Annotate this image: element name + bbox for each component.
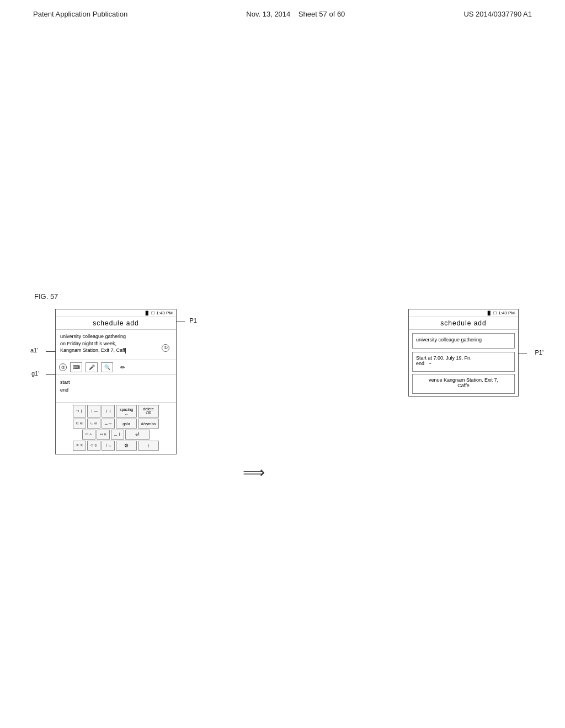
key-gaa[interactable]: ga/a: [116, 419, 137, 429]
circle-2: ②: [59, 363, 67, 371]
header-center: Nov. 13, 2014 Sheet 57 of 60: [246, 10, 345, 18]
datetime-line2: end ~: [416, 361, 511, 366]
p1-line: [176, 322, 185, 322]
annotation-a1: a1': [30, 347, 38, 354]
left-phone: a1' g1' P1 ▐▌ ☐ 1:43 PM schedule add uni…: [55, 309, 177, 454]
datetime-line1: Start at 7:00, July 19, Fri.: [416, 355, 511, 361]
title-input-text: university colleague gathering: [416, 337, 482, 342]
key-more[interactable]: ↕: [138, 441, 159, 451]
mic-icon[interactable]: 🎤: [86, 362, 98, 372]
header-left: Patent Application Publication: [33, 10, 127, 18]
g1-line: [46, 374, 56, 375]
key-ms[interactable]: ㅁㅅ: [82, 430, 95, 440]
key-spacing[interactable]: spacing⎵: [116, 405, 137, 417]
venue-line2: Caffe: [416, 383, 511, 388]
arrow-icon: ⟹: [243, 463, 265, 481]
circle-1: ①: [162, 344, 169, 352]
key-dt[interactable]: ㄷㅌ: [73, 419, 86, 429]
keyboard-icon[interactable]: ⌨: [70, 362, 82, 372]
p1r-line: [518, 354, 527, 354]
keyboard-area: ㄱㅏ ㅣ— ㅏㅓ spacing⎵ delete⌫ ㄷㅌ ㄴㄹ ㅗㅜ ga/a …: [56, 403, 176, 454]
right-phone-status-bar: ▐▌ ☐ 1:43 PM: [409, 309, 518, 317]
diagram-area: a1' g1' P1 ▐▌ ☐ 1:43 PM schedule add uni…: [55, 309, 519, 454]
right-phone: P1' ▐▌ ☐ 1:43 PM schedule add university…: [408, 309, 519, 397]
figure-label: FIG. 57: [34, 292, 58, 301]
left-phone-toolbar: ② ⌨ 🎤 🔍 ✏: [56, 360, 176, 375]
header-right: US 2014/0337790 A1: [463, 10, 532, 18]
start-end-area[interactable]: start end: [56, 375, 176, 403]
key-row-1: ㄱㅏ ㅣ— ㅏㅓ spacing⎵ delete⌫: [58, 405, 174, 417]
right-phone-title-input[interactable]: university colleague gathering: [412, 333, 515, 349]
key-ga[interactable]: ㄱㅏ: [73, 405, 86, 417]
key-ou[interactable]: ㅗㅜ: [102, 419, 115, 429]
r-signal-icon: ▐▌: [486, 311, 492, 315]
a1-line: [46, 351, 56, 352]
right-phone-datetime[interactable]: Start at 7:00, July 19, Fri. end ~: [412, 352, 515, 372]
key-row-4: ㅈㅊ ㅇㅎ ㅣㄴ ⚙ ↕: [58, 441, 174, 451]
input-text-line1: university colleague gathering: [60, 333, 172, 340]
input-text-line3: Kangnam Station, Exit 7, Caff: [60, 347, 172, 354]
venue-line1: venue Kangnam Station, Exit 7,: [416, 377, 511, 383]
edit-icon[interactable]: ✏: [116, 362, 129, 372]
battery-icon: ☐: [151, 311, 154, 315]
key-row-3: ㅁㅅ ㅂㅍ ㅡㅣ ⏎: [58, 430, 174, 440]
status-time: 1:43 PM: [156, 311, 173, 315]
start-label: start: [60, 378, 172, 386]
left-phone-title: schedule add: [56, 317, 176, 330]
search-icon[interactable]: 🔍: [101, 362, 113, 372]
left-phone-status-bar: ▐▌ ☐ 1:43 PM: [56, 309, 176, 317]
key-in[interactable]: ㅣㄴ: [102, 441, 115, 451]
key-settings[interactable]: ⚙: [116, 441, 137, 451]
key-enter[interactable]: ⏎: [125, 430, 150, 440]
annotation-g1: g1': [31, 370, 39, 377]
annotation-p1-left: P1: [190, 317, 197, 324]
key-bp[interactable]: ㅂㅍ: [97, 430, 110, 440]
right-phone-title: schedule add: [409, 317, 518, 330]
r-status-time: 1:43 PM: [498, 311, 515, 315]
right-phone-venue[interactable]: venue Kangnam Station, Exit 7, Caffe: [412, 374, 515, 394]
key-symbol[interactable]: #/symbo: [138, 419, 159, 429]
key-nl[interactable]: ㄴㄹ: [87, 419, 100, 429]
left-phone-input-area[interactable]: university colleague gathering on Friday…: [56, 330, 176, 360]
key-jc[interactable]: ㅈㅊ: [73, 441, 86, 451]
input-text-line2: on Friday night this week,: [60, 340, 172, 347]
annotation-p1-right: P1': [535, 349, 543, 356]
r-battery-icon: ☐: [493, 311, 497, 315]
key-line1[interactable]: ㅣ—: [87, 405, 100, 417]
page-header: Patent Application Publication Nov. 13, …: [0, 0, 565, 18]
key-oh[interactable]: ㅇㅎ: [87, 441, 100, 451]
key-ei[interactable]: ㅡㅣ: [111, 430, 124, 440]
key-aeo[interactable]: ㅏㅓ: [102, 405, 115, 417]
key-row-2: ㄷㅌ ㄴㄹ ㅗㅜ ga/a #/symbo: [58, 419, 174, 429]
key-delete[interactable]: delete⌫: [138, 405, 159, 417]
signal-icon: ▐▌: [144, 311, 150, 315]
end-label: end: [60, 386, 172, 394]
